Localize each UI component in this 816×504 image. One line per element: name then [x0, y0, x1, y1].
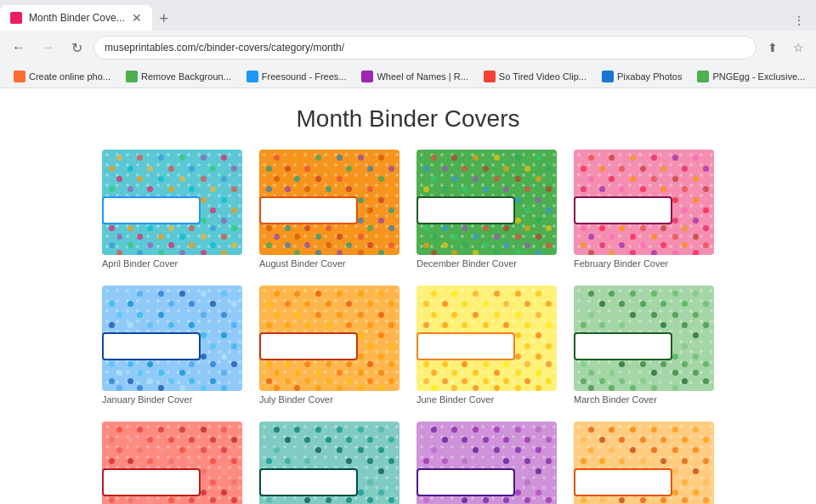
label-box-july — [259, 332, 358, 360]
binder-label-december: December Binder Cover — [416, 258, 557, 269]
binder-label-february: February Binder Cover — [574, 258, 714, 269]
bookmark-label-5: So Tired Video Clip... — [499, 71, 586, 82]
bookmark-label-3: Freesound - Frees... — [262, 71, 347, 82]
address-bar-actions: ⬆ ☆ — [762, 37, 809, 59]
label-box-june — [416, 332, 515, 360]
binder-label-april: April Binder Cover — [102, 258, 242, 269]
browser-tab-actions: ⋮ — [789, 10, 816, 31]
binder-cover-august[interactable] — [259, 150, 400, 255]
binder-item-march[interactable]: March Binder Cover — [574, 286, 714, 405]
page-content: Month Binder Covers April Binder Cover A… — [0, 88, 816, 504]
browser-minimize[interactable]: ⋮ — [789, 10, 809, 31]
bookmark-favicon-2 — [126, 71, 138, 82]
binder-label-june: June Binder Cover — [416, 394, 557, 405]
new-tab-button[interactable]: + — [152, 7, 176, 31]
binder-cover-row3-2[interactable] — [259, 422, 400, 505]
bookmark-label-6: Pixabay Photos — [617, 71, 682, 82]
binder-item-row3-1[interactable]: May Binder Cover — [102, 422, 242, 505]
label-box-february — [574, 196, 672, 224]
bookmark-button[interactable]: ☆ — [787, 37, 809, 59]
share-button[interactable]: ⬆ — [762, 37, 784, 59]
refresh-button[interactable]: ↻ — [65, 36, 88, 59]
binder-cover-july[interactable] — [259, 286, 400, 391]
binder-label-july: July Binder Cover — [259, 394, 400, 405]
binder-item-february[interactable]: February Binder Cover — [574, 150, 714, 269]
bookmark-pixabay[interactable]: Pixabay Photos — [595, 69, 688, 84]
binder-cover-march[interactable] — [574, 286, 714, 391]
label-box-december — [416, 196, 515, 224]
tab-title: Month Binder Cove... — [29, 12, 125, 24]
bookmark-create-online[interactable]: Create online pho... — [7, 69, 117, 84]
bookmark-favicon-4 — [361, 71, 373, 82]
bookmark-favicon-5 — [484, 71, 496, 82]
binder-cover-april[interactable] — [102, 150, 242, 255]
binder-grid: April Binder Cover August Binder Cover D… — [102, 150, 714, 504]
active-tab[interactable]: Month Binder Cove... ✕ — [0, 5, 152, 31]
bookmark-label-2: Remove Backgroun... — [141, 71, 231, 82]
address-input[interactable]: museprintables.com/c/binder-covers/categ… — [94, 36, 756, 59]
label-box-row3-4 — [574, 468, 672, 496]
tab-close-button[interactable]: ✕ — [132, 11, 142, 25]
bookmark-remove-bg[interactable]: Remove Backgroun... — [119, 69, 238, 84]
label-box-row3-3 — [416, 468, 515, 496]
binder-cover-january[interactable] — [102, 286, 242, 391]
label-box-april — [102, 196, 201, 224]
address-text: museprintables.com/c/binder-covers/categ… — [105, 42, 344, 54]
binder-label-march: March Binder Cover — [574, 394, 714, 405]
bookmark-label-1: Create online pho... — [29, 71, 110, 82]
binder-label-january: January Binder Cover — [102, 394, 242, 405]
bookmark-freesound[interactable]: Freesound - Frees... — [240, 69, 354, 84]
binder-cover-row3-1[interactable] — [102, 422, 242, 505]
label-box-august — [259, 196, 358, 224]
bookmark-favicon-1 — [14, 71, 26, 82]
binder-item-row3-2[interactable]: November Binder Cover — [259, 422, 400, 505]
label-box-march — [574, 332, 672, 360]
binder-item-row3-4[interactable]: September Binder Cover — [574, 422, 714, 505]
browser-window: Month Binder Cove... ✕ + ⋮ ← → ↻ musepri… — [0, 0, 816, 88]
binder-item-june[interactable]: June Binder Cover — [416, 286, 557, 405]
bookmark-favicon-3 — [246, 71, 258, 82]
bookmark-pngegg[interactable]: PNGEgg - Exclusive... — [690, 69, 812, 84]
page-title: Month Binder Covers — [102, 88, 714, 150]
binder-item-december[interactable]: December Binder Cover — [416, 150, 557, 269]
binder-cover-june[interactable] — [416, 286, 557, 391]
address-bar-row: ← → ↻ museprintables.com/c/binder-covers… — [0, 31, 816, 65]
bookmark-favicon-6 — [602, 71, 614, 82]
bookmark-label-7: PNGEgg - Exclusive... — [712, 71, 805, 82]
binder-item-july[interactable]: July Binder Cover — [259, 286, 400, 405]
bookmark-wheel-names[interactable]: Wheel of Names | R... — [354, 69, 474, 84]
bookmark-so-tired[interactable]: So Tired Video Clip... — [477, 69, 593, 84]
binder-cover-february[interactable] — [574, 150, 714, 255]
label-box-january — [102, 332, 201, 360]
tab-bar: Month Binder Cove... ✕ + ⋮ — [0, 0, 816, 31]
binder-item-april[interactable]: April Binder Cover — [102, 150, 242, 269]
binder-cover-row3-4[interactable] — [574, 422, 714, 505]
binder-cover-row3-3[interactable] — [416, 422, 557, 505]
bookmark-label-4: Wheel of Names | R... — [377, 71, 468, 82]
back-button[interactable]: ← — [7, 36, 31, 59]
binder-item-row3-3[interactable]: October Binder Cover — [416, 422, 557, 505]
label-box-row3-1 — [102, 468, 201, 496]
binder-cover-december[interactable] — [416, 150, 557, 255]
binder-label-august: August Binder Cover — [259, 258, 400, 269]
binder-item-january[interactable]: January Binder Cover — [102, 286, 242, 405]
label-box-row3-2 — [259, 468, 358, 496]
forward-button[interactable]: → — [36, 36, 60, 59]
bookmarks-bar: Create online pho... Remove Backgroun...… — [0, 65, 816, 88]
binder-item-august[interactable]: August Binder Cover — [259, 150, 400, 269]
tab-favicon — [10, 12, 22, 24]
bookmark-favicon-7 — [697, 71, 709, 82]
